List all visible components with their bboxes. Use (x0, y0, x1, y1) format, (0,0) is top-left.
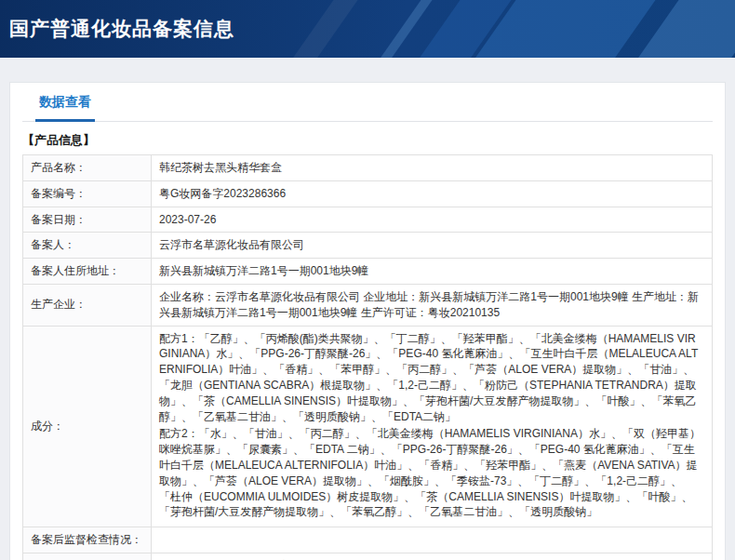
product-info-table: 产品名称： 韩纪茶树去黑头精华套盒 备案编号： 粤G妆网备字2023286366… (22, 154, 713, 560)
row-label-filing-number: 备案编号： (23, 180, 152, 207)
ingredients-formula-1: 配方1：「乙醇」、「丙烯酸(酯)类共聚物」、「丁二醇」、「羟苯甲酯」、「北美金缕… (159, 331, 704, 425)
row-label-filer: 备案人： (23, 233, 152, 259)
section-product-info: 【产品信息】 (22, 132, 713, 149)
row-value-supervision (152, 527, 713, 553)
tab-bar: 数据查看 (22, 83, 713, 122)
table-row: 备案编号： 粤G妆网备字2023286366 (23, 180, 713, 207)
page-header: 国产普通化妆品备案信息 (0, 0, 735, 58)
table-row: 备案人住所地址： 新兴县新城镇万洋二路1号一期001地块9幢 (23, 259, 713, 285)
row-label-filing-date: 备案日期： (23, 207, 152, 233)
ingredients-formula-2: 配方2：「水」、「甘油」、「丙二醇」、「北美金缕梅（HAMAMELIS VIRG… (159, 426, 704, 520)
row-value-filing-number: 粤G妆网备字2023286366 (152, 180, 713, 207)
row-value-manufacturer: 企业名称：云浮市名草源化妆品有限公司 企业地址：新兴县新城镇万洋二路1号一期00… (152, 284, 713, 326)
row-label-ingredients: 成分： (23, 326, 152, 527)
tab-data-view-label: 数据查看 (39, 94, 91, 109)
tab-data-view[interactable]: 数据查看 (35, 94, 95, 121)
row-label-filer-address: 备案人住所地址： (23, 259, 152, 285)
table-row: 历史记录： 2023年07月27日 首次备案 (23, 553, 713, 560)
page-title: 国产普通化妆品备案信息 (0, 0, 735, 42)
row-value-product-name: 韩纪茶树去黑头精华套盒 (152, 155, 713, 181)
table-row: 生产企业： 企业名称：云浮市名草源化妆品有限公司 企业地址：新兴县新城镇万洋二路… (23, 284, 713, 326)
row-value-filing-date: 2023-07-26 (152, 207, 713, 233)
table-row: 备案日期： 2023-07-26 (23, 207, 713, 233)
table-row: 备案人： 云浮市名草源化妆品有限公司 (23, 233, 713, 259)
content-card: 数据查看 【产品信息】 产品名称： 韩纪茶树去黑头精华套盒 备案编号： 粤G妆网… (9, 82, 726, 560)
row-label-history: 历史记录： (23, 553, 152, 560)
row-label-product-name: 产品名称： (23, 155, 152, 181)
table-row: 成分： 配方1：「乙醇」、「丙烯酸(酯)类共聚物」、「丁二醇」、「羟苯甲酯」、「… (23, 326, 713, 527)
row-value-filer-address: 新兴县新城镇万洋二路1号一期001地块9幢 (152, 259, 713, 285)
row-label-supervision: 备案后监督检查情况： (23, 527, 152, 553)
row-value-ingredients: 配方1：「乙醇」、「丙烯酸(酯)类共聚物」、「丁二醇」、「羟苯甲酯」、「北美金缕… (152, 326, 713, 527)
table-row: 备案后监督检查情况： (23, 527, 713, 553)
row-value-history: 2023年07月27日 首次备案 (152, 553, 713, 560)
row-value-filer: 云浮市名草源化妆品有限公司 (152, 233, 713, 259)
table-row: 产品名称： 韩纪茶树去黑头精华套盒 (23, 155, 713, 181)
row-label-manufacturer: 生产企业： (23, 284, 152, 326)
